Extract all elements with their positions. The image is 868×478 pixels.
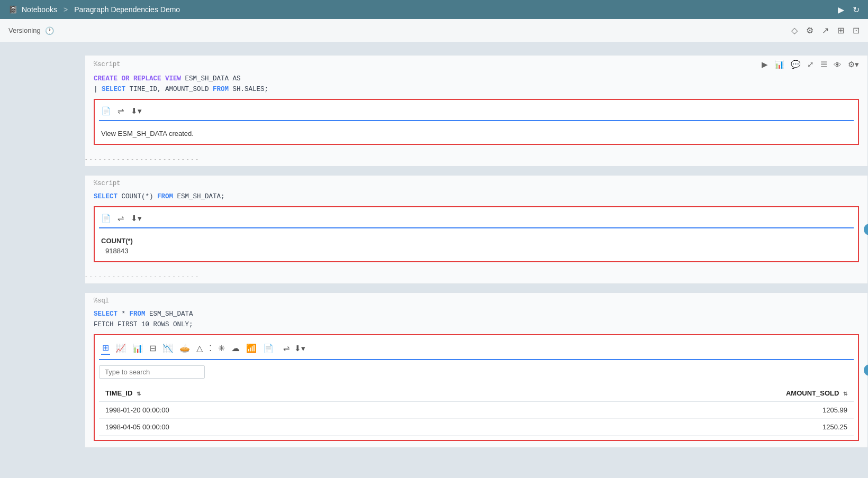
paragraph-1-wrapper: %script ▶ 📊 💬 ⤢ ☰ 👁 ⚙▾ CREATE OR REPLACE… [85,55,868,167]
search-input[interactable] [99,365,205,379]
para-1-result-box: 📄 ⇌ ⬇▾ View ESM_SH_DATA created. [94,99,859,145]
result2-download-icon[interactable]: ⬇▾ [131,214,142,223]
view-cloud-icon[interactable]: ☁ [230,342,241,354]
cell-amount-sold-2: 1250.25 [483,419,854,436]
para-2-magic: %script [94,180,120,187]
cell-amount-sold-1: 1205.99 [483,402,854,419]
result2-filter-icon[interactable]: ⇌ [117,214,124,223]
cell-time-id-1: 1998-01-20 00:00:00 [99,402,483,419]
col-time-id[interactable]: TIME_ID ⇅ [99,385,483,402]
breadcrumb-notebooks[interactable]: Notebooks [22,5,57,14]
top-bar: 📓 Notebooks > Paragraph Dependencies Dem… [0,0,868,19]
refresh-icon[interactable]: ↻ [853,5,860,15]
para-2-count-label: COUNT(*) [101,237,852,245]
result-filter-icon[interactable]: ⇌ [117,106,124,116]
para-3-magic: %sql [94,297,109,305]
expand-icon[interactable]: ⤢ [807,60,814,69]
table-row: 1998-04-05 00:00:00 1250.25 [99,419,854,436]
para-1-result-toolbar: 📄 ⇌ ⬇▾ [99,104,854,121]
cell-time-id-2: 1998-04-05 00:00:00 [99,419,483,436]
settings-icon[interactable]: ⚙ [806,25,813,35]
para-1-header: %script ▶ 📊 💬 ⤢ ☰ 👁 ⚙▾ [85,56,867,71]
para-separator-1 [85,167,868,175]
para-1-actions: ▶ 📊 💬 ⤢ ☰ 👁 ⚙▾ [762,60,859,69]
para-1-magic: %script [94,61,120,68]
paragraph-2: %script SELECT COUNT(*) FROM ESM_SH_DATA… [85,175,868,284]
view-pie-icon[interactable]: 🥧 [178,342,191,354]
notebook-icon: 📓 [8,5,17,14]
result3-download-icon[interactable]: ⬇▾ [294,344,305,353]
run-para-icon[interactable]: ▶ [762,60,768,69]
versioning-icon[interactable]: 🕐 [45,26,54,35]
view-bar-icon[interactable]: 📊 [131,342,144,354]
para-3-header: %sql [85,293,867,307]
clone-icon[interactable]: ⊡ [853,25,860,35]
view-triangle-icon[interactable]: △ [195,342,204,354]
paragraph-1: %script ▶ 📊 💬 ⤢ ☰ 👁 ⚙▾ CREATE OR REPLACE… [85,55,868,167]
sort-time-id-icon[interactable]: ⇅ [137,391,141,397]
versioning-label: Versioning [8,26,41,34]
para-3-code: SELECT * FROM ESM_SH_DATA FETCH FIRST 10… [85,307,867,334]
para-3-result-box: ⊞ 📈 📊 ⊟ 📉 🥧 △ ⁚ ✳ ☁ 📶 📄 ⇌ ⬇▾ [94,334,859,441]
comment-icon[interactable]: 💬 [791,60,801,69]
para-separator-2 [85,284,868,292]
view-star-icon[interactable]: ✳ [217,342,226,354]
result3-filter-icon[interactable]: ⇌ [283,344,290,353]
view-histogram-icon[interactable]: 📶 [245,342,258,354]
para-1-divider: - - - - - - - - - - - - - - - - - - - - … [85,151,867,166]
toolbar-right: ◇ ⚙ ↗ ⊞ ⊡ [791,25,860,35]
page-title: Paragraph Dependencies Demo [74,5,180,14]
view-scatter-icon[interactable]: ⊟ [148,342,157,354]
view-file-icon[interactable]: 📄 [262,342,275,354]
gear-icon[interactable]: ⚙▾ [848,60,859,69]
paragraph-3: %sql SELECT * FROM ESM_SH_DATA FETCH FIR… [85,292,868,448]
paragraph-3-wrapper: %sql SELECT * FROM ESM_SH_DATA FETCH FIR… [85,292,868,448]
eye-icon[interactable]: 👁 [834,60,842,69]
paragraph-2-wrapper: %script SELECT COUNT(*) FROM ESM_SH_DATA… [85,175,868,284]
eraser-icon[interactable]: ◇ [791,25,798,35]
results-table: TIME_ID ⇅ AMOUNT_SOLD ⇅ [99,385,854,436]
breadcrumb-separator: > [64,5,68,14]
list-icon[interactable]: ☰ [820,60,827,69]
notebook-area: %script ▶ 📊 💬 ⤢ ☰ 👁 ⚙▾ CREATE OR REPLACE… [0,42,868,478]
result-download-icon[interactable]: ⬇▾ [131,106,142,116]
toolbar-row: Versioning 🕐 ◇ ⚙ ↗ ⊞ ⊡ [0,19,868,42]
para-2-header: %script [85,176,867,189]
run-icon[interactable]: ▶ [838,5,844,15]
result-grid-icon[interactable]: 📄 [101,106,111,116]
view-table-icon[interactable]: ⊞ [101,342,110,355]
view-trend-icon[interactable]: 📉 [161,342,174,354]
view-dot-icon[interactable]: ⁚ [208,342,213,354]
main-content: %script ▶ 📊 💬 ⤢ ☰ 👁 ⚙▾ CREATE OR REPLACE… [0,42,868,478]
col-amount-sold[interactable]: AMOUNT_SOLD ⇅ [483,385,854,402]
para-1-code: CREATE OR REPLACE VIEW ESM_SH_DATA AS | … [85,71,867,99]
search-wrapper [99,365,854,379]
para-2-result-box: 📄 ⇌ ⬇▾ COUNT(*) 918843 [94,206,859,262]
top-bar-actions: ▶ ↻ [838,5,860,15]
graph-icon[interactable]: 📊 [774,60,784,69]
view-line-icon[interactable]: 📈 [114,342,127,354]
para-2-code: SELECT COUNT(*) FROM ESM_SH_DATA; [85,189,867,206]
para-1-result-text: View ESM_SH_DATA created. [101,130,194,137]
toolbar-left: Versioning 🕐 [8,26,54,35]
para-2-count-value: 918843 [101,247,852,255]
para-2-divider: - - - - - - - - - - - - - - - - - - - - … [85,269,867,283]
export-icon[interactable]: ↗ [822,25,829,35]
sort-amount-sold-icon[interactable]: ⇅ [843,391,847,397]
para-2-result-content: COUNT(*) 918843 [99,233,854,257]
result2-grid-icon[interactable]: 📄 [101,214,111,223]
para-3-result-toolbar: ⊞ 📈 📊 ⊟ 📉 🥧 △ ⁚ ✳ ☁ 📶 📄 ⇌ ⬇▾ [99,339,854,360]
para-2-result-toolbar: 📄 ⇌ ⬇▾ [99,212,854,228]
grid-icon[interactable]: ⊞ [837,25,844,35]
table-row: 1998-01-20 00:00:00 1205.99 [99,402,854,419]
para-1-result-content: View ESM_SH_DATA created. [99,125,854,140]
